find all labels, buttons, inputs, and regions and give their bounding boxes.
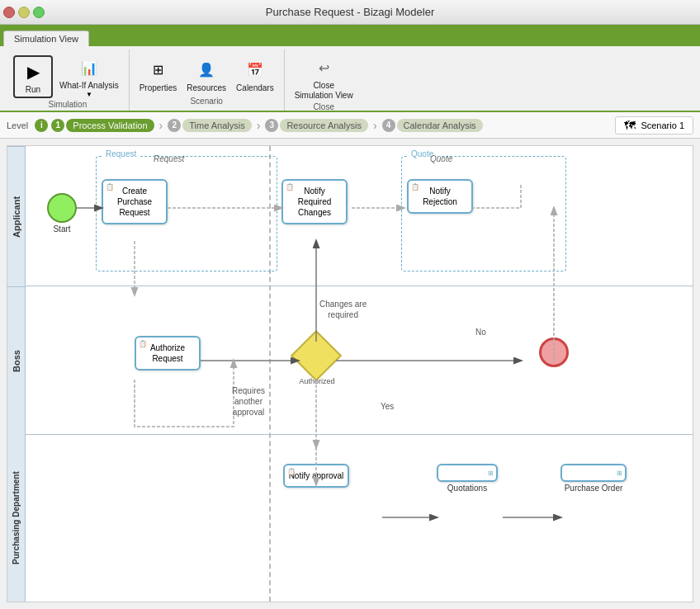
calendars-button[interactable]: 📅 Calendars bbox=[233, 55, 277, 95]
swimlane-boss-header: Boss bbox=[7, 286, 25, 435]
window-title: Purchase Request - Bizagi Modeler bbox=[266, 6, 435, 18]
start-event-container[interactable]: Start bbox=[47, 193, 77, 234]
authorize-node[interactable]: 📋 Authorize Request bbox=[135, 336, 201, 371]
close-btn[interactable] bbox=[3, 7, 15, 18]
maximize-btn[interactable] bbox=[33, 7, 45, 18]
ribbon-group-simulation: ▶ Run 📊 What-If Analysis ▼ Simulation bbox=[7, 50, 130, 111]
gateway-label: Authorized bbox=[296, 377, 338, 385]
section-label-request: Request bbox=[154, 154, 184, 163]
run-icon: ▶ bbox=[20, 59, 46, 85]
simulation-group-label: Simulation bbox=[49, 100, 88, 111]
purchase-order-node[interactable]: ⊞ Purchase Order bbox=[560, 464, 627, 493]
boss-row: Changes arerequired No 📋 Authorize Reque… bbox=[26, 286, 693, 435]
ribbon-group-scenario: ⊞ Properties 👤 Resources 📅 Calendars Sce… bbox=[130, 50, 285, 111]
ribbon: ▶ Run 📊 What-If Analysis ▼ Simulation ⊞ … bbox=[0, 46, 700, 112]
quotations-box[interactable]: ⊞ bbox=[437, 464, 498, 482]
request-group-box: Request bbox=[96, 156, 277, 271]
arrow-2: › bbox=[257, 119, 261, 132]
close-simulation-label: Close Simulation View bbox=[295, 81, 353, 101]
simulation-view-tab[interactable]: Simulation View bbox=[3, 31, 89, 46]
close-simulation-button[interactable]: ↩ Close Simulation View bbox=[291, 53, 357, 102]
run-label: Run bbox=[26, 85, 40, 95]
task-icon-6: ⊞ bbox=[488, 470, 494, 478]
start-label: Start bbox=[53, 224, 70, 234]
calendars-label: Calendars bbox=[236, 83, 274, 93]
task-icon-7: ⊞ bbox=[617, 470, 622, 478]
properties-label: Properties bbox=[140, 83, 177, 93]
section-label-quote: Quote bbox=[430, 154, 452, 163]
resources-label: Resources bbox=[187, 83, 226, 93]
window-controls bbox=[3, 7, 45, 18]
purchasing-row: 📋 Notify approval ⊞ Quotations ⊞ bbox=[26, 435, 693, 602]
end-event bbox=[539, 338, 569, 367]
scenario-icon: 🗺 bbox=[624, 119, 636, 132]
notify-approval-box[interactable]: 📋 Notify approval bbox=[283, 464, 349, 488]
flow-label-no: No bbox=[475, 328, 486, 337]
close-buttons: ↩ Close Simulation View bbox=[291, 53, 357, 102]
minimize-btn[interactable] bbox=[18, 7, 30, 18]
task-icon-2: 📋 bbox=[286, 183, 294, 191]
swimlane-applicant-header: Applicant bbox=[7, 146, 25, 286]
step-1[interactable]: 1 Process Validation bbox=[51, 119, 154, 132]
canvas-area: Applicant Boss Purchasing Department bbox=[7, 145, 693, 602]
step-4-label: Calendar Analysis bbox=[397, 119, 483, 132]
task-icon-4: 📋 bbox=[139, 340, 147, 348]
quotations-node[interactable]: ⊞ Quotations bbox=[437, 464, 498, 493]
swimlane-purchasing-header: Purchasing Department bbox=[7, 435, 25, 602]
gateway-container[interactable]: Authorized bbox=[298, 338, 334, 374]
step-3[interactable]: 3 Resource Analysis bbox=[265, 119, 368, 132]
step-4[interactable]: 4 Calendar Analysis bbox=[382, 119, 483, 132]
scenario-group-label: Scenario bbox=[190, 97, 222, 107]
resources-button[interactable]: 👤 Resources bbox=[183, 55, 229, 95]
authorize-label: Authorize Request bbox=[150, 343, 185, 363]
task-icon-5: 📋 bbox=[287, 468, 296, 476]
authorize-box[interactable]: 📋 Authorize Request bbox=[135, 336, 201, 371]
notify-changes-box[interactable]: 📋 Notify Required Changes bbox=[281, 179, 348, 224]
step-2[interactable]: 2 Time Analysis bbox=[168, 119, 251, 132]
ribbon-tabs: Simulation View bbox=[0, 25, 700, 46]
quotations-label: Quotations bbox=[437, 484, 498, 493]
diagram-content: Request Quote Quote Request Start bbox=[26, 146, 693, 602]
flow-label-requires: Requiresanotherapproval bbox=[232, 385, 265, 418]
step-2-label: Time Analysis bbox=[182, 119, 251, 132]
what-if-icon: 📊 bbox=[76, 54, 102, 81]
run-button[interactable]: ▶ Run bbox=[13, 55, 53, 98]
title-bar: Purchase Request - Bizagi Modeler bbox=[0, 0, 700, 25]
what-if-button[interactable]: 📊 What-If Analysis ▼ bbox=[56, 53, 122, 100]
request-group-label: Request bbox=[103, 149, 139, 158]
step-3-num: 3 bbox=[265, 119, 278, 132]
swimlane-headers: Applicant Boss Purchasing Department bbox=[7, 146, 26, 602]
step-1-label: Process Validation bbox=[66, 119, 154, 132]
purchase-order-box[interactable]: ⊞ bbox=[560, 464, 627, 482]
notify-changes-label: Notify Required Changes bbox=[298, 186, 332, 217]
close-simulation-icon: ↩ bbox=[310, 54, 337, 81]
level-label: Level bbox=[7, 120, 28, 130]
scenario-box[interactable]: 🗺 Scenario 1 bbox=[615, 116, 693, 135]
start-event[interactable] bbox=[47, 193, 77, 223]
properties-icon: ⊞ bbox=[144, 57, 171, 83]
end-event-container[interactable] bbox=[539, 338, 569, 367]
what-if-label: What-If Analysis bbox=[59, 81, 119, 91]
step-1-num: 1 bbox=[51, 119, 64, 132]
level-bar: Level i 1 Process Validation › 2 Time An… bbox=[0, 112, 700, 139]
purchase-order-label: Purchase Order bbox=[560, 484, 627, 493]
gateway-diamond[interactable] bbox=[291, 330, 342, 381]
step-4-num: 4 bbox=[382, 119, 395, 132]
simulation-buttons: ▶ Run 📊 What-If Analysis ▼ bbox=[13, 53, 122, 100]
scenario-label: Scenario 1 bbox=[641, 120, 684, 130]
notify-changes-node[interactable]: 📋 Notify Required Changes bbox=[281, 179, 348, 224]
ribbon-group-close: ↩ Close Simulation View Close bbox=[285, 50, 363, 111]
calendars-icon: 📅 bbox=[242, 57, 268, 83]
scenario-buttons: ⊞ Properties 👤 Resources 📅 Calendars bbox=[136, 53, 277, 97]
level-info-icon: i bbox=[35, 119, 48, 132]
step-3-label: Resource Analysis bbox=[280, 119, 368, 132]
notify-approval-node[interactable]: 📋 Notify approval bbox=[283, 464, 349, 489]
dropdown-arrow: ▼ bbox=[86, 91, 92, 98]
properties-button[interactable]: ⊞ Properties bbox=[136, 55, 181, 95]
quote-group-box: Quote bbox=[401, 156, 566, 271]
arrow-3: › bbox=[373, 119, 377, 132]
close-group-label: Close bbox=[313, 102, 334, 113]
arrow-1: › bbox=[159, 119, 163, 132]
resources-icon: 👤 bbox=[193, 57, 220, 83]
flow-label-changes: Changes arerequired bbox=[319, 299, 367, 320]
